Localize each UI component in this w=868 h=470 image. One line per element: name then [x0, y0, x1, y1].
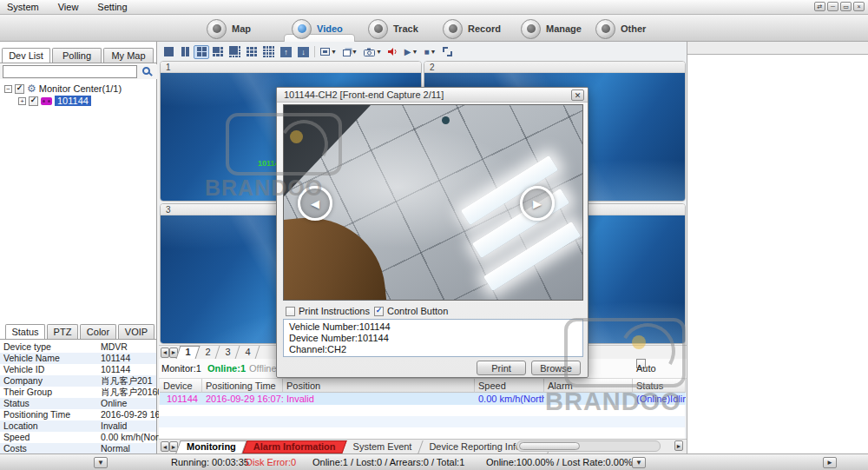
restore-icon[interactable]: ▭: [840, 2, 852, 11]
statusbar-collapse-icon[interactable]: ▼: [632, 457, 646, 468]
search-input[interactable]: [3, 65, 137, 78]
collapse-icon[interactable]: −: [4, 85, 12, 93]
column-positioning-time[interactable]: Positioning Time: [202, 379, 283, 393]
next-capture-button[interactable]: ▶: [520, 186, 555, 221]
column-position[interactable]: Position: [283, 379, 475, 393]
print-instructions-toggle[interactable]: Print Instructions: [286, 306, 374, 316]
row-cell-speed[interactable]: 0.00 km/h(North),Park: [475, 393, 544, 405]
column-device[interactable]: Device: [160, 379, 202, 393]
page-tab-4[interactable]: 4: [238, 346, 258, 359]
page-up-icon[interactable]: ↑: [278, 45, 294, 59]
menu-setting[interactable]: Setting: [97, 0, 127, 15]
tab-system-event[interactable]: System Event: [345, 440, 421, 453]
menu-system[interactable]: System: [7, 0, 39, 15]
row-cell-device[interactable]: 101144: [160, 393, 202, 405]
browse-button[interactable]: Browse: [531, 361, 581, 375]
video-button[interactable]: Video: [292, 17, 343, 40]
device-checkbox[interactable]: [29, 96, 38, 106]
tab-status[interactable]: Status: [5, 324, 45, 339]
capture-info-box: Vehicle Number:101144 Device Number:1011…: [283, 319, 583, 357]
gear-icon: ⚙: [27, 83, 36, 94]
close-icon[interactable]: ×: [853, 2, 865, 11]
cms-application-window: System View Setting ⇄ ─ ▭ × Map Video Tr…: [0, 0, 868, 470]
tab-scroll-left-icon[interactable]: ◄: [161, 441, 169, 452]
device-panel: Dev List Polling My Map − ⚙ Monitor Cent…: [0, 42, 157, 453]
tab-color[interactable]: Color: [80, 324, 116, 339]
dialog-close-icon[interactable]: ✕: [571, 89, 584, 101]
tab-my-map[interactable]: My Map: [103, 48, 154, 63]
scrollbar-thumb[interactable]: [519, 442, 580, 450]
page-tab-1[interactable]: 1: [178, 346, 198, 359]
tab-dev-list[interactable]: Dev List: [2, 48, 50, 63]
vehicle-icon: [41, 97, 52, 105]
row-cell-positioning-time[interactable]: 2016-09-29 16:07:59: [202, 393, 283, 405]
menu-view[interactable]: View: [58, 0, 79, 15]
row-cell-status[interactable]: (Online)Idling,3G: [633, 393, 686, 405]
eight-view-icon[interactable]: [227, 45, 243, 59]
sixteen-view-icon[interactable]: [260, 45, 277, 59]
six-view-icon[interactable]: [210, 45, 226, 59]
disk-error-status: Disk Error:0: [246, 454, 296, 470]
running-time: Running: 00:03:35: [171, 454, 249, 470]
panel-collapse-icon[interactable]: ▼: [94, 457, 108, 468]
tab-ptz[interactable]: PTZ: [47, 324, 78, 339]
tree-node-monitor-center[interactable]: − ⚙ Monitor Center(1/1): [4, 83, 122, 95]
monitor-center-checkbox[interactable]: [15, 84, 24, 94]
row-cell-alarm[interactable]: [544, 393, 633, 405]
track-button[interactable]: Track: [368, 17, 418, 40]
statusbar-expand-icon[interactable]: ►: [823, 457, 837, 468]
minimize-icon[interactable]: ─: [827, 2, 838, 11]
column-alarm[interactable]: Alarm: [544, 379, 633, 393]
snapshot-icon[interactable]: ▼: [361, 45, 385, 59]
dual-view-icon[interactable]: [177, 45, 193, 59]
page-left-icon[interactable]: ◄: [161, 348, 169, 358]
play-icon[interactable]: ▶▼: [402, 45, 421, 59]
page-tab-2[interactable]: 2: [198, 346, 218, 359]
empty-table-row: [159, 427, 685, 439]
previous-capture-button[interactable]: ◀: [298, 186, 332, 221]
tab-alarm-information[interactable]: Alarm Information: [245, 440, 345, 453]
video-tile-number: 1: [161, 62, 421, 73]
record-button[interactable]: Record: [443, 17, 501, 40]
single-view-icon[interactable]: [161, 45, 176, 59]
cascade-windows-icon[interactable]: ▼: [340, 45, 360, 59]
control-button-toggle[interactable]: Control Button: [374, 306, 448, 316]
page-tab-3[interactable]: 3: [218, 346, 238, 359]
fit-screen-icon[interactable]: ▼: [318, 45, 339, 59]
property-row: Their Group肖凡客户20160929: [0, 387, 156, 398]
quad-view-icon[interactable]: [194, 45, 209, 59]
other-icon: [595, 19, 615, 39]
print-instructions-checkbox[interactable]: [286, 307, 295, 316]
manage-button[interactable]: Manage: [521, 17, 582, 40]
fullscreen-icon[interactable]: [439, 45, 455, 59]
control-button-checkbox[interactable]: [374, 307, 384, 316]
audio-icon[interactable]: [385, 45, 401, 59]
online-count: Online:1: [207, 359, 246, 379]
tab-voip[interactable]: VOIP: [118, 324, 155, 339]
other-button[interactable]: Other: [595, 17, 646, 40]
toolbar-separator: [314, 46, 315, 57]
property-row: LocationInvalid: [0, 420, 156, 432]
page-down-icon[interactable]: ↓: [295, 45, 312, 59]
nine-view-icon[interactable]: [244, 45, 260, 59]
search-icon[interactable]: [142, 67, 150, 75]
scroll-right-icon[interactable]: ►: [674, 440, 683, 451]
stop-icon[interactable]: ■▼: [421, 45, 438, 59]
expand-icon[interactable]: +: [18, 97, 26, 105]
property-row: Vehicle ID101144: [0, 364, 156, 375]
print-button[interactable]: Print: [477, 361, 526, 375]
tree-root-label: Monitor Center(1/1): [39, 83, 122, 94]
row-cell-position[interactable]: Invalid: [283, 393, 475, 405]
property-row: StatusOnline: [0, 398, 156, 409]
swap-window-icon[interactable]: ⇄: [814, 2, 825, 11]
column-speed[interactable]: Speed: [475, 379, 544, 393]
video-toolbar: ↑ ↓ ▼ ▼ ▼ ▶▼ ■▼: [161, 44, 455, 59]
column-status[interactable]: Status: [633, 379, 686, 393]
tab-monitoring[interactable]: Monitoring: [178, 440, 245, 453]
tree-node-device[interactable]: + 101144: [18, 95, 91, 107]
horizontal-scrollbar[interactable]: [516, 440, 661, 452]
right-blank-panel: [687, 42, 868, 453]
tab-polling[interactable]: Polling: [52, 48, 102, 63]
map-button[interactable]: Map: [207, 17, 251, 40]
empty-table-row: [159, 405, 685, 416]
